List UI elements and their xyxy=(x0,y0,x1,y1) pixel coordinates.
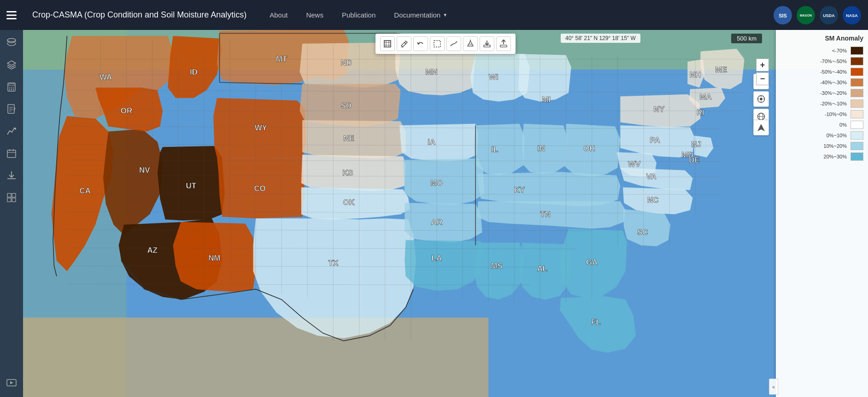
sidebar-animation-btn[interactable] xyxy=(1,372,22,393)
zoom-out-button[interactable]: − xyxy=(756,72,769,85)
svg-rect-25 xyxy=(7,150,16,158)
svg-text:PA: PA xyxy=(650,136,660,145)
sidebar-calendar-btn[interactable] xyxy=(1,143,22,164)
svg-text:MO: MO xyxy=(430,179,443,187)
legend-panel: SM Anomaly <-70% -70%~-50% -50%~-40% -40… xyxy=(776,30,868,397)
legend-color-1 xyxy=(850,57,863,65)
navigate-arrow-button[interactable] xyxy=(753,120,769,135)
sidebar-layers-btn[interactable] xyxy=(1,54,22,76)
legend-item-2: -50%~-40% xyxy=(780,68,863,76)
svg-text:FL: FL xyxy=(591,318,601,327)
zoom-in-button[interactable]: + xyxy=(756,58,769,71)
app-title: Crop-CASMA (Crop Condition and Soil Mois… xyxy=(23,10,256,20)
toolbar-fill[interactable] xyxy=(463,36,478,51)
legend-color-4 xyxy=(850,89,863,97)
mason-logo: MASON xyxy=(797,6,815,24)
legend-label-10: 20%~30% xyxy=(824,154,847,159)
legend-item-1: -70%~-50% xyxy=(780,57,863,65)
legend-item-5: -20%~-10% xyxy=(780,99,863,108)
toolbar-export[interactable] xyxy=(496,36,511,51)
svg-text:ME: ME xyxy=(716,65,727,74)
legend-label-6: -10%~0% xyxy=(825,111,847,117)
toolbar-select-box[interactable] xyxy=(430,36,445,51)
legend-label-9: 10%~20% xyxy=(824,143,847,149)
svg-text:NH: NH xyxy=(690,70,701,79)
map-theme-btn[interactable] xyxy=(753,91,769,107)
svg-text:NC: NC xyxy=(647,196,658,204)
svg-text:CA: CA xyxy=(80,187,91,195)
legend-color-5 xyxy=(850,99,863,108)
svg-rect-40 xyxy=(23,318,488,397)
svg-rect-1 xyxy=(6,14,17,16)
svg-marker-12 xyxy=(7,61,16,65)
map-toolbar xyxy=(375,34,516,54)
sis-logo: SIS xyxy=(774,6,792,24)
nav-news[interactable]: News xyxy=(297,0,333,30)
nav-publication[interactable]: Publication xyxy=(333,0,385,30)
svg-point-19 xyxy=(11,89,12,90)
svg-text:MD: MD xyxy=(681,151,693,159)
svg-point-17 xyxy=(13,88,14,88)
nasa-logo: NASA xyxy=(843,6,861,24)
legend-color-2 xyxy=(850,68,863,76)
svg-text:UT: UT xyxy=(186,181,197,190)
svg-point-43 xyxy=(457,105,488,126)
usda-logo: USDA xyxy=(820,6,838,24)
legend-color-9 xyxy=(850,142,863,150)
svg-text:MA: MA xyxy=(699,93,711,101)
toolbar-edit[interactable] xyxy=(397,36,411,51)
scale-bar: 500 km xyxy=(731,34,762,43)
svg-text:IA: IA xyxy=(428,138,435,146)
sidebar-download-btn[interactable] xyxy=(1,165,22,186)
nav-documentation[interactable]: Documentation ▼ xyxy=(385,0,457,30)
sidebar-calculator-btn[interactable] xyxy=(1,76,22,98)
toolbar-draw-rectangle[interactable] xyxy=(380,36,395,51)
legend-collapse-button[interactable]: « xyxy=(769,379,778,395)
svg-rect-0 xyxy=(6,11,17,12)
legend-item-6: -10%~0% xyxy=(780,110,863,118)
legend-item-3: -40%~-30% xyxy=(780,78,863,87)
map-container[interactable]: WA OR CA NV ID MT WY UT AZ NM CO ND SD N… xyxy=(23,30,868,397)
toolbar-import[interactable] xyxy=(480,36,494,51)
legend-label-1: -70%~-50% xyxy=(820,58,847,64)
sidebar-report-btn[interactable] xyxy=(1,99,22,120)
navbar: Crop-CASMA (Crop Condition and Soil Mois… xyxy=(0,0,868,30)
svg-text:ND: ND xyxy=(340,58,352,67)
legend-title: SM Anomaly xyxy=(780,35,863,42)
hamburger-button[interactable] xyxy=(0,0,23,30)
nav-links: About News Publication Documentation ▼ xyxy=(260,0,457,30)
svg-point-11 xyxy=(7,39,16,42)
legend-color-7 xyxy=(850,121,863,129)
svg-text:GA: GA xyxy=(586,258,598,267)
legend-label-8: 0%~10% xyxy=(827,133,847,138)
svg-point-15 xyxy=(9,88,10,88)
svg-text:WY: WY xyxy=(255,123,267,132)
svg-text:RI: RI xyxy=(697,108,704,117)
legend-label-7: 0% xyxy=(839,122,847,128)
svg-text:SD: SD xyxy=(341,101,352,110)
legend-color-3 xyxy=(850,78,863,87)
svg-text:IL: IL xyxy=(491,145,498,154)
sidebar-grid-btn[interactable] xyxy=(1,187,22,208)
sidebar-database-btn[interactable] xyxy=(1,32,22,53)
sidebar-trend-btn[interactable] xyxy=(1,121,22,142)
toolbar-draw-line[interactable] xyxy=(446,36,461,51)
svg-text:MASON: MASON xyxy=(800,14,812,17)
svg-text:SC: SC xyxy=(637,228,648,237)
svg-rect-14 xyxy=(9,84,14,86)
map-visualization: WA OR CA NV ID MT WY UT AZ NM CO ND SD N… xyxy=(23,30,868,397)
svg-text:OK: OK xyxy=(343,198,354,207)
svg-text:OR: OR xyxy=(121,106,132,115)
legend-color-0 xyxy=(850,47,863,55)
nav-about[interactable]: About xyxy=(260,0,297,30)
svg-text:SIS: SIS xyxy=(779,13,787,18)
svg-text:KS: KS xyxy=(342,169,353,177)
svg-text:AZ: AZ xyxy=(147,246,157,255)
svg-point-18 xyxy=(9,89,10,90)
svg-text:NE: NE xyxy=(343,134,354,143)
toolbar-undo[interactable] xyxy=(413,36,428,51)
svg-text:ID: ID xyxy=(190,68,198,76)
svg-point-16 xyxy=(11,88,12,88)
legend-label-5: -20%~-10% xyxy=(820,101,847,106)
svg-rect-32 xyxy=(12,193,16,197)
